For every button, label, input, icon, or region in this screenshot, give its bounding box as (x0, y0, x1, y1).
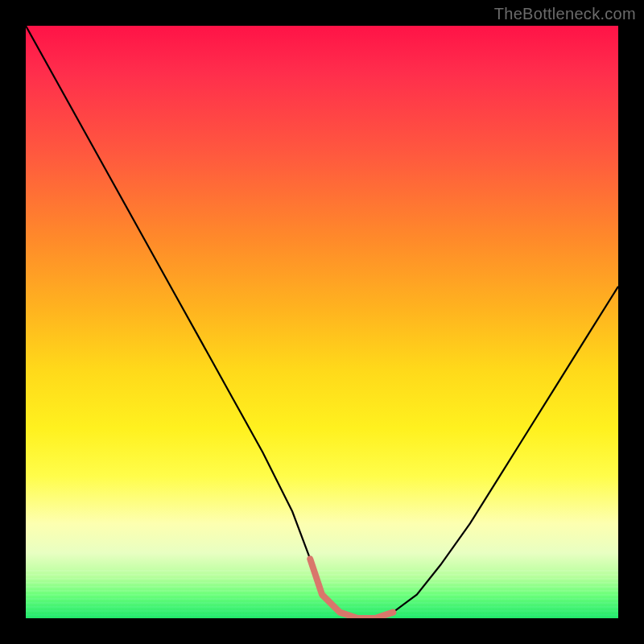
watermark-text: TheBottleneck.com (494, 5, 636, 23)
optimal-range-highlight-path (310, 559, 393, 618)
curve-layer (26, 26, 618, 618)
optimal-range-highlight (310, 559, 393, 618)
bottleneck-curve-path (26, 26, 618, 618)
chart-frame: TheBottleneck.com (0, 0, 644, 644)
plot-area (26, 26, 618, 618)
bottleneck-curve (26, 26, 618, 618)
